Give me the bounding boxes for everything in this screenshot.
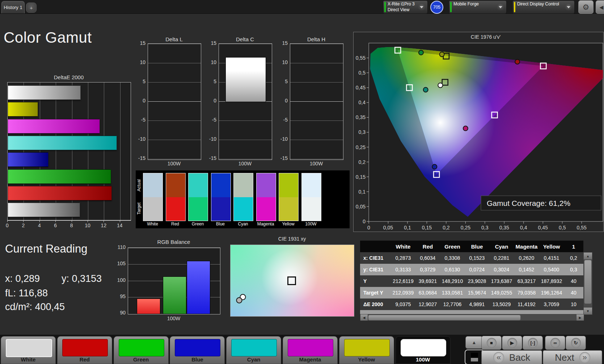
table-cell: 0,3024 bbox=[489, 264, 514, 275]
source-dropdown[interactable]: Mobile Forge bbox=[449, 0, 507, 14]
cie1931-chart-title: CIE 1931 xy bbox=[278, 236, 306, 242]
pattern-tile-100w[interactable]: 100W bbox=[396, 336, 451, 364]
table-cell: 0,2620 bbox=[514, 252, 539, 264]
table-cell: 187,8932 bbox=[539, 275, 564, 287]
table-row: ΔE 20009,037512,902712,77064,989113,5029… bbox=[360, 299, 583, 310]
table-cell: 0,2 bbox=[564, 252, 583, 264]
table-cell: 63,3217 bbox=[514, 275, 539, 287]
svg-text:0,4: 0,4 bbox=[520, 225, 527, 230]
pattern-tile-white[interactable]: White bbox=[1, 336, 56, 364]
actual-swatch bbox=[211, 173, 231, 197]
swatch-column-100w bbox=[301, 173, 321, 221]
svg-text:0,45: 0,45 bbox=[356, 85, 366, 90]
table-row: Target Y212,093963,0684133,058115,967414… bbox=[360, 287, 583, 299]
pattern-tile-red[interactable]: Red bbox=[57, 336, 112, 364]
table-scroll-left-button[interactable]: ◀ bbox=[360, 314, 368, 321]
deltae-bar-red bbox=[8, 186, 112, 200]
svg-text:0,45: 0,45 bbox=[538, 225, 548, 230]
refresh-button[interactable]: ↻ bbox=[566, 336, 586, 350]
delta_c-x-label: 100W bbox=[238, 161, 252, 166]
table-row-label: y: CIE31 bbox=[360, 264, 391, 275]
svg-text:0,1: 0,1 bbox=[359, 189, 366, 195]
table-cell: 0,2281 bbox=[489, 252, 514, 264]
deltae-axis-line bbox=[7, 220, 131, 221]
table-cell: 0,6034 bbox=[415, 252, 440, 264]
table-header-cell: Red bbox=[415, 241, 440, 252]
table-cell: 0,3133 bbox=[391, 264, 415, 275]
rgb-bar-blue bbox=[187, 261, 210, 314]
step-button[interactable]: [-] bbox=[523, 336, 543, 350]
table-cell: 196,1264 bbox=[539, 287, 564, 299]
target-row-label: Target bbox=[136, 197, 142, 220]
pattern-swatch bbox=[231, 339, 277, 356]
step-icon: [-] bbox=[528, 338, 538, 348]
table-row: y: CIE310,31330,37290,61300,07240,30240,… bbox=[360, 264, 583, 275]
table-cell: 40 bbox=[564, 287, 583, 299]
actual-swatch bbox=[302, 173, 321, 197]
pattern-tile-yellow[interactable]: Yellow bbox=[339, 336, 394, 364]
collapse-panel-icon[interactable]: ◀ bbox=[596, 0, 604, 14]
pattern-swatch bbox=[344, 339, 390, 356]
actual-swatch bbox=[189, 173, 208, 197]
rgb-balance-chart-title: RGB Balance bbox=[157, 239, 190, 245]
deltae-bar-cyan bbox=[8, 136, 117, 150]
svg-text:0,1: 0,1 bbox=[404, 225, 411, 230]
swatch-column-label: 100W bbox=[300, 221, 322, 227]
pattern-tile-label: Blue bbox=[170, 356, 224, 363]
pattern-up-button[interactable]: ▲ bbox=[465, 336, 483, 349]
meter-dropdown[interactable]: X-Rite i1Pro 3 Direct View bbox=[383, 0, 428, 14]
table-scroll-right-button[interactable]: ▶ bbox=[576, 314, 584, 321]
continuous-button[interactable]: ∞ bbox=[545, 336, 565, 350]
play-button[interactable]: ▶ bbox=[502, 336, 522, 350]
svg-text:0,35: 0,35 bbox=[356, 114, 366, 120]
swatch-column-label: Red bbox=[164, 221, 186, 227]
actual-swatch bbox=[279, 173, 298, 197]
table-cell: 0,3729 bbox=[415, 264, 440, 275]
table-header-row: WhiteRedGreenBlueCyanMagentaYellow1 bbox=[360, 241, 583, 252]
next-button[interactable]: Next » bbox=[543, 350, 602, 364]
delta_h-chart bbox=[290, 43, 343, 160]
cie1931-chart bbox=[230, 245, 354, 317]
pattern-tile-green[interactable]: Green bbox=[114, 336, 169, 364]
measured-marker-magenta bbox=[463, 126, 468, 131]
svg-text:0,3: 0,3 bbox=[359, 129, 366, 135]
table-hscrollbar-thumb[interactable] bbox=[368, 315, 521, 321]
swatch-column-cyan bbox=[233, 173, 253, 221]
stop-button[interactable]: ■ bbox=[481, 336, 502, 350]
source-status-indicator bbox=[450, 2, 452, 12]
pattern-tile-cyan[interactable]: Cyan bbox=[226, 336, 281, 364]
table-cell: 212,6119 bbox=[391, 275, 415, 287]
cie1976-diagram: 00,050,10,150,20,250,30,350,40,450,50,55… bbox=[354, 32, 603, 232]
swatch-column-white bbox=[143, 173, 163, 221]
svg-text:0,25: 0,25 bbox=[356, 144, 366, 150]
actual-row-label: Actual bbox=[136, 174, 142, 196]
table-header-cell: Yellow bbox=[539, 241, 564, 252]
gear-icon[interactable]: ⚙ bbox=[578, 0, 594, 14]
swatch-column-blue bbox=[211, 173, 231, 221]
table-scroll-down-button[interactable]: ▼ bbox=[583, 307, 592, 315]
table-cell: 0,3308 bbox=[440, 252, 465, 264]
cie1931-target-marker bbox=[287, 276, 296, 285]
display-control-dropdown[interactable]: Direct Display Control bbox=[512, 0, 575, 14]
pattern-swatch bbox=[62, 339, 108, 356]
meter-count-badge: 705 bbox=[430, 1, 443, 14]
table-header-cell: Cyan bbox=[489, 241, 514, 252]
tab-history-1[interactable]: History 1 bbox=[1, 1, 25, 13]
pattern-tile-blue[interactable]: Blue bbox=[170, 336, 225, 364]
pattern-bar: WhiteRedGreenBlueCyanMagentaYellow100W ▲… bbox=[0, 335, 604, 364]
add-tab-button[interactable]: + bbox=[26, 3, 37, 13]
continuous-icon: ∞ bbox=[550, 338, 560, 348]
svg-text:0,15: 0,15 bbox=[356, 174, 366, 180]
pattern-tile-magenta[interactable]: Magenta bbox=[283, 336, 338, 364]
target-swatch bbox=[211, 197, 231, 221]
back-button[interactable]: « Back bbox=[481, 350, 542, 364]
display-control-name: Direct Display Control bbox=[517, 1, 559, 7]
swatch-column-label: Blue bbox=[210, 221, 232, 227]
table-scroll-up-button[interactable]: ▲ bbox=[583, 252, 592, 260]
delta_l-chart-title: Delta L bbox=[165, 36, 183, 42]
table-cell: 0,6130 bbox=[440, 264, 465, 275]
table-cell: 40 bbox=[564, 275, 583, 287]
swatch-column-magenta bbox=[256, 173, 276, 221]
table-vscrollbar-thumb[interactable] bbox=[584, 260, 592, 304]
actual-swatch bbox=[234, 173, 253, 197]
